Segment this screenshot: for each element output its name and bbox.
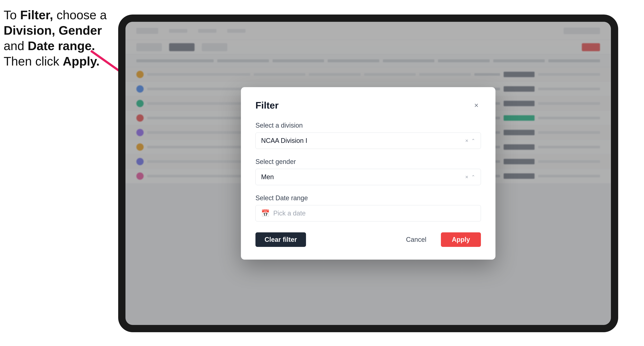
division-value: NCAA Division I — [261, 137, 307, 145]
modal-header: Filter × — [256, 100, 481, 111]
tablet-frame: Filter × Select a division NCAA Division… — [118, 14, 618, 332]
apply-button[interactable]: Apply — [441, 232, 481, 247]
division-clear-icon[interactable]: × — [465, 138, 468, 144]
date-input[interactable]: 📅 Pick a date — [256, 205, 481, 221]
date-placeholder: Pick a date — [273, 209, 306, 217]
gender-form-group: Select gender Men × ⌃ — [256, 158, 481, 185]
modal-close-button[interactable]: × — [472, 101, 481, 110]
division-select[interactable]: NCAA Division I × ⌃ — [256, 133, 481, 149]
cancel-button[interactable]: Cancel — [397, 232, 436, 247]
gender-value: Men — [261, 173, 274, 181]
gender-select-icons: × ⌃ — [465, 174, 475, 180]
gender-clear-icon[interactable]: × — [465, 174, 468, 180]
modal-title: Filter — [256, 100, 278, 111]
division-form-group: Select a division NCAA Division I × ⌃ — [256, 122, 481, 149]
division-select-icons: × ⌃ — [465, 138, 475, 144]
modal-footer: Clear filter Cancel Apply — [256, 232, 481, 247]
tablet-screen: Filter × Select a division NCAA Division… — [126, 22, 611, 325]
modal-overlay[interactable]: Filter × Select a division NCAA Division… — [126, 22, 611, 325]
footer-right-actions: Cancel Apply — [397, 232, 481, 247]
division-label: Select a division — [256, 122, 481, 129]
clear-filter-button[interactable]: Clear filter — [256, 232, 306, 247]
division-chevron-icon: ⌃ — [471, 138, 475, 144]
date-form-group: Select Date range 📅 Pick a date — [256, 194, 481, 221]
gender-chevron-icon: ⌃ — [471, 174, 475, 180]
filter-modal: Filter × Select a division NCAA Division… — [241, 87, 496, 260]
gender-label: Select gender — [256, 158, 481, 166]
date-label: Select Date range — [256, 194, 481, 202]
calendar-icon: 📅 — [261, 209, 270, 217]
gender-select[interactable]: Men × ⌃ — [256, 169, 481, 185]
